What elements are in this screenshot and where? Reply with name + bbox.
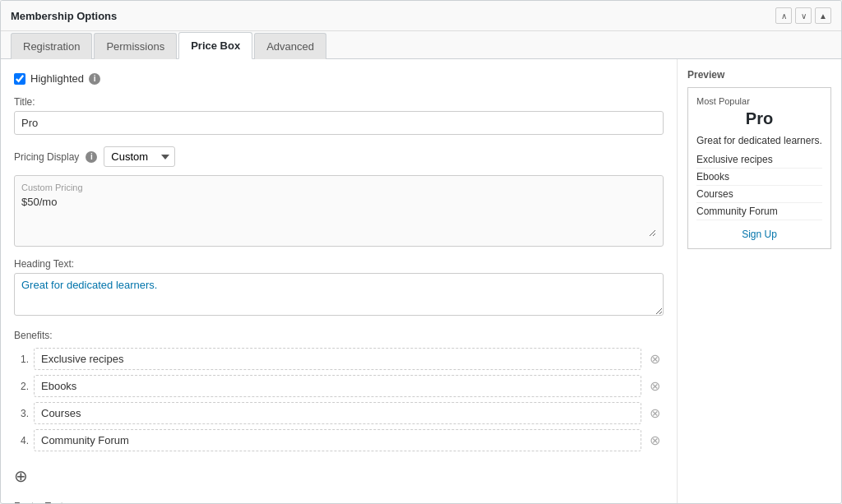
title-label: Title: [14,96,664,108]
highlighted-info-icon: i [89,73,100,85]
tab-advanced[interactable]: Advanced [254,33,326,59]
footer-label: Footer Text: [14,501,664,503]
heading-textarea[interactable]: Great for dedicated learners. [14,273,664,316]
highlighted-row: Highlighted i [14,72,664,85]
window-title: Membership Options [11,10,117,22]
tab-permissions[interactable]: Permissions [94,33,177,59]
expand-button[interactable]: ∨ [795,7,812,24]
preview-benefit-3: Courses [696,186,822,203]
preview-box: Most Popular Pro Great for dedicated lea… [687,87,831,249]
tabs-bar: Registration Permissions Price Box Advan… [1,31,841,59]
membership-options-window: Membership Options ∧ ∨ ▲ Registration Pe… [0,0,842,504]
benefit-input-4[interactable] [34,429,641,451]
preview-label: Preview [687,69,831,81]
heading-field-group: Heading Text: Great for dedicated learne… [14,258,664,318]
preview-benefit-2: Ebooks [696,169,822,186]
pricing-display-select[interactable]: Custom Standard Hide [104,146,175,167]
tab-registration[interactable]: Registration [11,33,92,59]
preview-benefit-4: Community Forum [696,203,822,220]
window-controls: ∧ ∨ ▲ [775,7,831,24]
benefit-row: 4. ⊗ [14,429,664,451]
pricing-display-row: Pricing Display i Custom Standard Hide [14,146,664,167]
add-benefit-icon: ⊕ [14,466,28,486]
preview-most-popular: Most Popular [696,96,822,106]
preview-area: Preview Most Popular Pro Great for dedic… [677,59,841,503]
benefit-row: 1. ⊗ [14,348,664,370]
heading-label: Heading Text: [14,258,664,270]
pricing-display-label: Pricing Display [14,151,79,163]
remove-benefit-3-button[interactable]: ⊗ [646,407,664,420]
preview-signup-link[interactable]: Sign Up [742,229,777,240]
pin-button[interactable]: ▲ [815,7,831,24]
remove-benefit-1-button[interactable]: ⊗ [646,353,664,366]
title-input[interactable] [14,111,664,135]
benefits-group: Benefits: 1. ⊗ 2. ⊗ 3. ⊗ 4. [14,330,664,451]
pricing-display-info-icon: i [86,151,97,163]
benefit-input-1[interactable] [34,348,641,370]
custom-pricing-textarea[interactable]: $50/mo [21,196,656,237]
preview-title: Pro [696,109,822,128]
benefit-input-3[interactable] [34,402,641,424]
preview-benefit-1: Exclusive recipes [696,151,822,169]
preview-signup: Sign Up [696,229,822,240]
benefits-label: Benefits: [14,330,664,341]
titlebar: Membership Options ∧ ∨ ▲ [1,1,841,31]
benefit-row: 2. ⊗ [14,375,664,397]
custom-pricing-box: Custom Pricing $50/mo [14,175,664,247]
main-content: Highlighted i Title: Pricing Display i C… [1,59,841,503]
custom-pricing-inner-label: Custom Pricing [21,183,656,192]
benefit-row: 3. ⊗ [14,402,664,424]
highlighted-checkbox[interactable] [14,73,25,85]
remove-benefit-2-button[interactable]: ⊗ [646,380,664,393]
tab-price-box[interactable]: Price Box [178,32,252,59]
footer-field-group: Footer Text: [14,501,664,503]
collapse-button[interactable]: ∧ [775,7,792,24]
form-area: Highlighted i Title: Pricing Display i C… [1,59,677,503]
highlighted-label: Highlighted [30,72,84,85]
add-benefit-button[interactable]: ⊕ [14,463,28,489]
remove-benefit-4-button[interactable]: ⊗ [646,434,664,447]
title-field-group: Title: [14,96,664,135]
preview-heading: Great for dedicated learners. [696,135,822,146]
benefit-input-2[interactable] [34,375,641,397]
